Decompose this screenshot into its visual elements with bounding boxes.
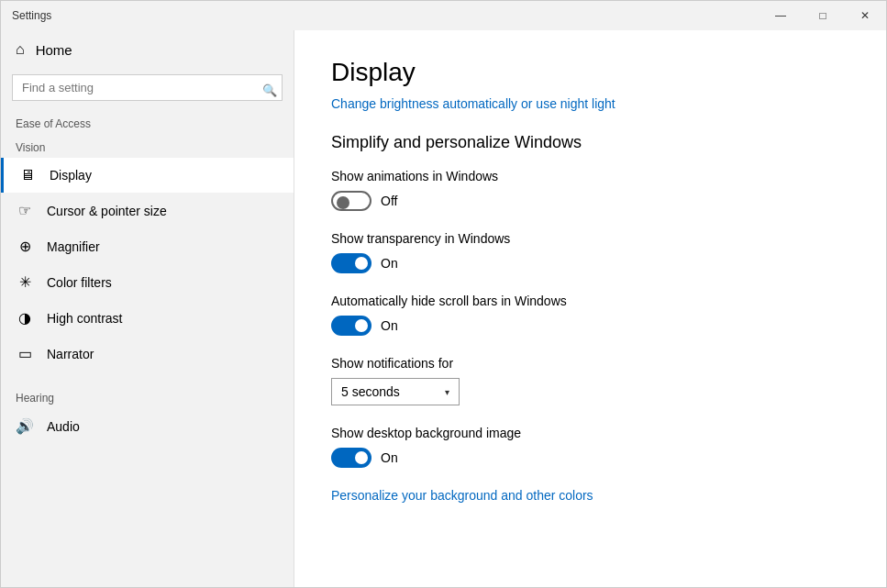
window-title: Settings — [12, 9, 51, 22]
right-panel: Display Change brightness automatically … — [294, 30, 886, 587]
animations-setting: Show animations in Windows Off — [331, 169, 849, 211]
transparency-setting: Show transparency in Windows On — [331, 231, 849, 273]
sidebar-item-narrator[interactable]: ▭ Narrator — [1, 336, 294, 372]
audio-icon: 🔊 — [16, 417, 34, 435]
animations-toggle-row: Off — [331, 191, 849, 211]
magnifier-icon: ⊕ — [16, 238, 34, 255]
settings-window: Settings — □ ✕ ⌂ Home 🔍 Ease of Access — [0, 0, 887, 588]
sidebar-item-magnifier[interactable]: ⊕ Magnifier — [1, 228, 294, 264]
sidebar: ⌂ Home 🔍 Ease of Access Vision 🖥 Display… — [1, 30, 294, 587]
search-container: 🔍 — [1, 69, 294, 110]
animations-label: Show animations in Windows — [331, 169, 849, 183]
sidebar-item-color-filters[interactable]: ✳ Color filters — [1, 264, 294, 300]
main-content: ⌂ Home 🔍 Ease of Access Vision 🖥 Display… — [1, 30, 886, 587]
sidebar-item-high-contrast[interactable]: ◑ High contrast — [1, 300, 294, 336]
personalize-link[interactable]: Personalize your background and other co… — [331, 488, 593, 503]
sidebar-item-audio[interactable]: 🔊 Audio — [1, 408, 294, 444]
page-title: Display — [331, 58, 849, 87]
notifications-label: Show notifications for — [331, 356, 849, 371]
scrollbars-label: Automatically hide scroll bars in Window… — [331, 294, 849, 308]
desktop-bg-toggle[interactable] — [331, 448, 371, 468]
notifications-value: 5 seconds — [341, 384, 400, 399]
transparency-state-label: On — [381, 256, 398, 271]
transparency-label: Show transparency in Windows — [331, 231, 849, 246]
desktop-bg-toggle-row: On — [331, 448, 849, 468]
transparency-toggle[interactable] — [331, 253, 371, 273]
high-contrast-icon: ◑ — [16, 309, 34, 327]
sidebar-item-home[interactable]: ⌂ Home — [1, 30, 294, 69]
desktop-bg-state-label: On — [381, 450, 398, 465]
section-label: Ease of Access — [1, 110, 294, 134]
desktop-bg-label: Show desktop background image — [331, 426, 849, 440]
window-controls: — □ ✕ — [759, 1, 886, 30]
search-icon: 🔍 — [262, 83, 277, 96]
scrollbars-setting: Automatically hide scroll bars in Window… — [331, 294, 849, 336]
home-icon: ⌂ — [16, 41, 25, 58]
hearing-label: Hearing — [1, 384, 294, 408]
chevron-down-icon: ▾ — [445, 387, 449, 397]
search-icon-button[interactable]: 🔍 — [262, 83, 277, 96]
minimize-button[interactable]: — — [759, 1, 802, 30]
scrollbars-toggle[interactable] — [331, 316, 371, 336]
search-input[interactable] — [12, 74, 283, 101]
animations-state-label: Off — [381, 194, 397, 208]
titlebar: Settings — □ ✕ — [1, 1, 886, 30]
cursor-icon: ☞ — [16, 202, 34, 219]
scrollbars-toggle-row: On — [331, 316, 849, 336]
close-button[interactable]: ✕ — [844, 1, 886, 30]
scrollbars-state-label: On — [381, 318, 398, 333]
vision-label: Vision — [1, 134, 294, 158]
color-filters-icon: ✳ — [16, 273, 34, 291]
animations-toggle[interactable] — [331, 191, 371, 211]
display-icon: 🖥 — [18, 167, 37, 183]
notifications-dropdown[interactable]: 5 seconds ▾ — [331, 378, 460, 405]
brightness-link[interactable]: Change brightness automatically or use n… — [331, 96, 615, 111]
transparency-toggle-row: On — [331, 253, 849, 273]
sidebar-item-display[interactable]: 🖥 Display — [1, 158, 294, 193]
notifications-setting: Show notifications for 5 seconds ▾ — [331, 356, 849, 405]
home-label: Home — [36, 42, 72, 58]
maximize-button[interactable]: □ — [802, 1, 844, 30]
desktop-bg-setting: Show desktop background image On — [331, 426, 849, 468]
sidebar-item-cursor[interactable]: ☞ Cursor & pointer size — [1, 193, 294, 228]
section-heading: Simplify and personalize Windows — [331, 133, 849, 152]
narrator-icon: ▭ — [16, 345, 34, 362]
